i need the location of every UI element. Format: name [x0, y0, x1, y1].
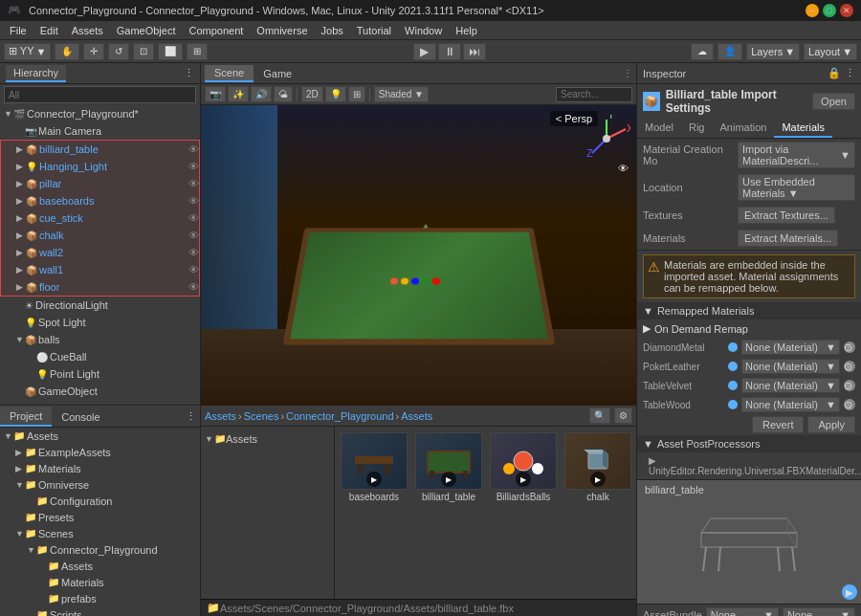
hand-tool[interactable]: ✋ — [55, 43, 79, 60]
pt-item-assets[interactable]: ▼ 📁 Assets — [0, 428, 200, 444]
hierarchy-item-gameobject[interactable]: 📦 GameObject — [0, 383, 200, 400]
hierarchy-item-wall1[interactable]: ▶ 📦 wall1 👁 — [1, 261, 199, 278]
scene-2d-btn[interactable]: 2D — [301, 86, 323, 102]
asset-play-baseboards[interactable]: ▶ — [366, 472, 382, 487]
close-button[interactable]: ✕ — [840, 4, 853, 17]
layers-dropdown[interactable]: Layers ▼ — [746, 43, 800, 60]
pt-item-connector-playground[interactable]: ▼ 📁 Connector_Playground — [0, 541, 200, 558]
inspector-menu-btn[interactable]: ⋮ — [845, 67, 855, 79]
yy-dropdown[interactable]: ⊞ YY ▼ — [4, 43, 51, 60]
open-button[interactable]: Open — [812, 93, 855, 110]
pt-item-example-assets[interactable]: ▶ 📁 ExampleAssets — [0, 444, 200, 460]
pause-button[interactable]: ⏸ — [438, 43, 461, 60]
scene-audio-btn[interactable]: 🔊 — [251, 86, 272, 102]
pt-item-omniverse[interactable]: ▼ 📁 Omniverse — [0, 476, 200, 493]
revert-button[interactable]: Revert — [752, 416, 804, 433]
pt-item-assets-nested[interactable]: 📁 Assets — [0, 558, 200, 574]
hierarchy-item-balls[interactable]: ▼ 📦 balls — [0, 331, 200, 348]
pt-item-configuration[interactable]: 📁 Configuration — [0, 493, 200, 509]
remapped-materials-header[interactable]: ▼ Remapped Materials — [637, 302, 861, 319]
diamond-metal-circle[interactable]: ⊙ — [844, 341, 855, 353]
hierarchy-scene-root[interactable]: ▼ 🎬 Connector_Playground* — [0, 105, 200, 122]
rotate-tool[interactable]: ↺ — [108, 43, 129, 60]
poket-leather-dropdown[interactable]: None (Material) ▼ — [741, 359, 840, 374]
hierarchy-search[interactable] — [4, 86, 196, 103]
hierarchy-item-floor[interactable]: ▶ 📦 floor 👁 — [1, 278, 199, 296]
asset-filter-btn[interactable]: ⚙ — [614, 407, 632, 424]
hierarchy-item-hanging-light[interactable]: ▶ 💡 Hanging_Light 👁 — [1, 158, 199, 175]
poket-leather-circle[interactable]: ⊙ — [844, 361, 855, 372]
scene-gizmos-btn[interactable]: 📷 — [205, 86, 226, 102]
hierarchy-item-spot-light[interactable]: 💡 Spot Light — [0, 314, 200, 331]
breadcrumb-assets[interactable]: Assets — [205, 410, 236, 422]
extract-textures-btn[interactable]: Extract Textures... — [738, 207, 835, 224]
visibility-icon[interactable]: 👁 — [618, 163, 629, 174]
inspector-lock-icon[interactable]: 🔒 — [828, 67, 841, 79]
location-dropdown[interactable]: Use Embedded Materials ▼ — [738, 174, 855, 201]
menu-jobs[interactable]: Jobs — [316, 23, 349, 38]
table-wood-dropdown[interactable]: None (Material) ▼ — [741, 397, 840, 412]
asset-item-billiards-balls[interactable]: ▶ BilliardsBalls — [488, 430, 559, 595]
minimize-button[interactable]: – — [806, 4, 819, 17]
table-velvet-dropdown[interactable]: None (Material) ▼ — [741, 378, 840, 393]
menu-gameobject[interactable]: GameObject — [111, 23, 182, 38]
hierarchy-item-baseboards[interactable]: ▶ 📦 baseboards 👁 — [1, 192, 199, 209]
scene-panel-menu[interactable]: ⋮ — [623, 68, 632, 78]
layout-dropdown[interactable]: Layout ▼ — [804, 43, 857, 60]
post-processors-header[interactable]: ▼ Asset PostProcessors — [637, 435, 861, 452]
pt-item-presets[interactable]: 📁 Presets — [0, 509, 200, 525]
hierarchy-item-point-light[interactable]: 💡 Point Light — [0, 365, 200, 383]
breadcrumb-scenes[interactable]: Scenes — [244, 410, 279, 422]
hierarchy-tab[interactable]: Hierarchy — [6, 65, 66, 82]
preview-expand-btn[interactable]: ▶ — [842, 584, 857, 600]
move-tool[interactable]: ✛ — [83, 43, 104, 60]
scene-fx-btn[interactable]: ✨ — [228, 86, 249, 102]
tab-game[interactable]: Game — [254, 66, 301, 81]
menu-edit[interactable]: Edit — [34, 23, 64, 38]
menu-omniverse[interactable]: Omniverse — [251, 23, 313, 38]
asset-play-balls[interactable]: ▶ — [516, 472, 531, 487]
scene-shaded-btn[interactable]: Shaded ▼ — [374, 86, 429, 102]
asset-tree-assets[interactable]: ▼ 📁 Assets — [201, 430, 334, 447]
hierarchy-item-wall2[interactable]: ▶ 📦 wall2 👁 — [1, 244, 199, 261]
menu-help[interactable]: Help — [450, 23, 483, 38]
menu-component[interactable]: Component — [183, 23, 249, 38]
diamond-metal-dropdown[interactable]: None (Material) ▼ — [741, 340, 840, 355]
hierarchy-item-billiard-table[interactable]: ▶ 📦 billiard_table 👁 — [1, 141, 199, 158]
asset-item-chalk[interactable]: ▶ chalk — [563, 430, 633, 595]
insp-tab-rig[interactable]: Rig — [681, 119, 713, 138]
breadcrumb-connector[interactable]: Connector_Playground — [286, 410, 394, 422]
hierarchy-item-chalk[interactable]: ▶ 📦 chalk 👁 — [1, 227, 199, 244]
post-processor-item[interactable]: ▶ UnityEditor.Rendering.Universal.FBXMat… — [637, 452, 861, 479]
tab-console[interactable]: Console — [52, 407, 109, 427]
insp-tab-animation[interactable]: Animation — [712, 119, 774, 138]
asset-item-billiard-table[interactable]: ▶ billiard_table — [413, 430, 484, 595]
asset-bundle-dropdown[interactable]: None ▼ — [706, 607, 779, 617]
apply-button[interactable]: Apply — [807, 416, 855, 433]
rect-tool[interactable]: ⬜ — [158, 43, 183, 60]
scene-lighting-btn[interactable]: 💡 — [325, 86, 346, 102]
scene-search-input[interactable] — [556, 87, 632, 102]
scene-grid-btn[interactable]: ⊞ — [348, 86, 365, 102]
pt-item-scenes[interactable]: ▼ 📁 Scenes — [0, 525, 200, 541]
maximize-button[interactable]: □ — [823, 4, 836, 17]
table-wood-circle[interactable]: ⊙ — [844, 399, 855, 410]
play-button[interactable]: ▶ — [413, 43, 436, 60]
asset-bundle-variant-dropdown[interactable]: None ▼ — [783, 607, 855, 617]
hierarchy-menu-btn[interactable]: ⋮ — [184, 67, 194, 79]
asset-play-chalk[interactable]: ▶ — [590, 472, 606, 487]
project-panel-menu[interactable]: ⋮ — [182, 410, 200, 423]
hierarchy-item-cueball[interactable]: ⚪ CueBall — [0, 348, 200, 365]
asset-item-baseboards[interactable]: ▶ baseboards — [339, 430, 409, 595]
menu-window[interactable]: Window — [399, 23, 448, 38]
hierarchy-item-main-camera[interactable]: 📷 Main Camera — [0, 122, 200, 140]
pt-item-scripts[interactable]: 📁 Scripts — [0, 606, 200, 616]
cloud-button[interactable]: ☁ — [691, 43, 714, 60]
breadcrumb-assets-nested[interactable]: Assets — [401, 410, 432, 422]
mat-creation-dropdown[interactable]: Import via MaterialDescri... ▼ — [738, 142, 855, 168]
hierarchy-item-directional-light[interactable]: ☀ DirectionalLight — [0, 297, 200, 314]
menu-assets[interactable]: Assets — [66, 23, 109, 38]
menu-tutorial[interactable]: Tutorial — [351, 23, 397, 38]
asset-search-btn[interactable]: 🔍 — [589, 407, 610, 424]
hierarchy-item-pillar[interactable]: ▶ 📦 pillar 👁 — [1, 175, 199, 192]
